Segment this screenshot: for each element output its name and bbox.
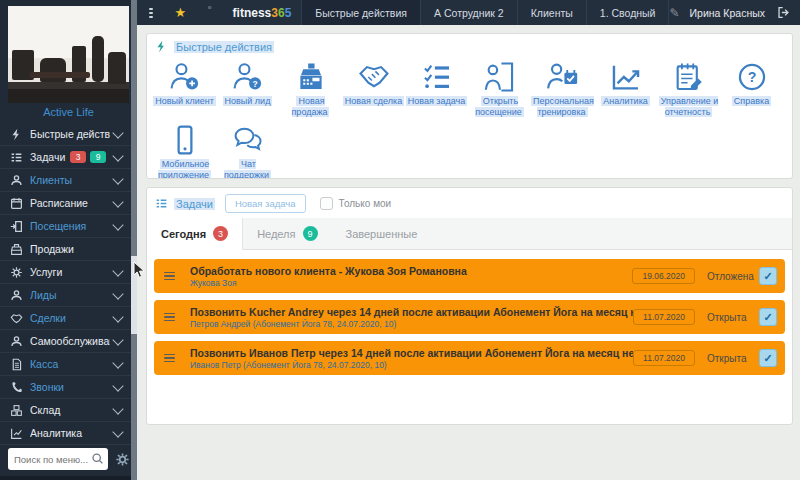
task-complete-checkbox[interactable]: ✓ [759,267,777,285]
club-name: Active Life [0,106,137,118]
chevron-down-icon [112,173,123,184]
sidebar-item-analytics[interactable]: Аналитика [0,422,131,445]
qa-reports[interactable]: Управление и отчетность [657,60,720,119]
sidebar-item-clients[interactable]: Клиенты [0,169,131,192]
history-clock-icon[interactable] [208,6,211,19]
sidebar-item-label: Посещения [30,220,110,232]
qa-label: Мобильное приложение [158,159,211,180]
sidebar-item-leads[interactable]: Лиды [0,284,131,307]
settings-gear-icon[interactable] [115,452,130,467]
svg-text:?: ? [252,79,257,89]
topbar-nav-quick-actions[interactable]: Быстрые действия [301,0,420,25]
qa-new-sale[interactable]: Новая продажа [279,60,342,119]
topbar-nav-employee[interactable]: А Сотрудник 2 [420,0,517,25]
qa-label: Чат поддержки [224,159,271,180]
task-date-badge: 11.07.2020 [633,350,695,366]
logout-icon[interactable] [777,6,790,19]
sidebar-item-label: Самообслуживание [30,335,110,347]
tab-week[interactable]: Неделя 9 [243,218,331,249]
user-icon [10,289,23,302]
favorites-star-icon[interactable]: ★ [175,5,187,20]
task-complete-checkbox[interactable]: ✓ [759,349,777,367]
qa-new-deal[interactable]: Новая сделка [342,60,405,119]
tab-today[interactable]: Сегодня 3 [147,218,243,250]
panel-title: Быстрые действия [174,41,274,53]
task-row[interactable]: Обработать нового клиента - Жукова Зоя Р… [154,259,785,293]
qa-personal-training[interactable]: Персональная тренировка [531,60,594,119]
task-list-icon [10,151,23,164]
tab-badge: 9 [303,226,318,241]
sidebar-footer-strip [0,476,131,480]
task-complete-checkbox[interactable]: ✓ [759,308,777,326]
sidebar-item-selfservice[interactable]: Самообслуживание [0,330,131,353]
new-task-button[interactable]: Новая задача [225,194,306,213]
user-plus-icon [168,60,202,94]
current-user-name[interactable]: Ирина Красных [690,7,765,19]
topbar-nav: Быстрые действия А Сотрудник 2 Клиенты 1… [301,0,669,25]
task-row[interactable]: Позвонить Иванов Петр через 14 дней посл… [154,341,785,375]
app-logo[interactable]: fitness365 [233,6,292,20]
qa-support-chat[interactable]: Чат поддержки [216,123,279,180]
drag-handle-icon[interactable] [164,270,176,283]
task-title: Позвонить Иванов Петр через 14 дней посл… [190,347,633,359]
tab-completed[interactable]: Завершенные [332,218,432,249]
only-mine-checkbox[interactable] [320,197,333,210]
gear-icon [10,266,23,279]
sidebar-item-label: Касса [30,358,110,370]
tab-badge: 3 [213,226,228,241]
drag-handle-icon[interactable] [164,352,176,365]
gym-equipment-shape [92,36,104,82]
lightning-icon [155,40,168,53]
topbar-nav-clients[interactable]: Клиенты [517,0,586,25]
chart-icon [10,427,23,440]
sidebar-item-visits[interactable]: Посещения [0,215,131,238]
qa-help[interactable]: ? Справка [720,60,783,119]
task-client-link[interactable]: Петров Андрей (Абонемент Йога 78, 24.07.… [190,319,633,329]
task-row[interactable]: Позвонить Kucher Andrey через 14 дней по… [154,300,785,334]
sidebar-item-quick-actions[interactable]: Быстрые действия [0,123,131,146]
only-mine-label: Только мои [339,198,392,209]
topbar-nav-summary[interactable]: 1. Сводный [586,0,670,25]
sidebar-item-calls[interactable]: Звонки [0,376,131,399]
task-status: Отложена [707,271,759,282]
task-client-link[interactable]: Жукова Зоя [190,278,632,288]
user-icon [10,174,23,187]
qa-open-visit[interactable]: Открыть посещение [468,60,531,119]
qa-mobile-app[interactable]: Мобильное приложение [153,123,216,180]
pencil-icon[interactable]: ✎ [669,6,679,20]
qa-label: Персональная тренировка [531,96,594,117]
chevron-down-icon [112,357,123,368]
sidebar-item-label: Лиды [30,289,110,301]
sidebar-item-label: Звонки [30,381,110,393]
qa-label: Открыть посещение [475,96,524,117]
chevron-down-icon [112,311,123,322]
chevron-down-icon [112,380,123,391]
only-mine-toggle[interactable]: Только мои [320,197,392,210]
sidebar-item-sales[interactable]: Продажи [0,238,131,261]
hamburger-menu-icon[interactable] [149,6,153,20]
sidebar-item-tasks[interactable]: Задачи 3 9 [0,146,131,169]
sidebar-item-warehouse[interactable]: Склад [0,399,131,422]
sidebar-item-deals[interactable]: Сделки [0,307,131,330]
tasks-badge-green: 9 [90,151,106,163]
task-title: Позвонить Kucher Andrey через 14 дней по… [190,306,633,318]
qa-new-client[interactable]: Новый клиент [153,60,216,119]
sidebar-item-services[interactable]: Услуги [0,261,131,284]
sidebar-item-schedule[interactable]: Расписание [0,192,131,215]
sidebar-item-cashdesk[interactable]: Касса [0,353,131,376]
svg-text:?: ? [747,69,756,85]
qa-label: Новая сделка [343,96,404,106]
qa-new-lead[interactable]: ? Новый лид [216,60,279,119]
qa-label: Новый лид [223,96,273,106]
qa-analytics[interactable]: Аналитика [594,60,657,119]
drag-handle-icon[interactable] [164,311,176,324]
boxes-icon [10,404,23,417]
panel-title: Задачи [174,198,215,210]
chevron-down-icon [112,288,123,299]
tasks-header: Задачи Новая задача Только мои [147,188,792,218]
task-client-link[interactable]: Иванов Петр (Абонемент Йога 78, 24.07.20… [190,360,633,370]
door-enter-icon [483,60,517,94]
qa-label: Новая продажа [292,96,330,117]
mobile-phone-icon [168,123,202,157]
qa-new-task[interactable]: Новая задача [405,60,468,119]
